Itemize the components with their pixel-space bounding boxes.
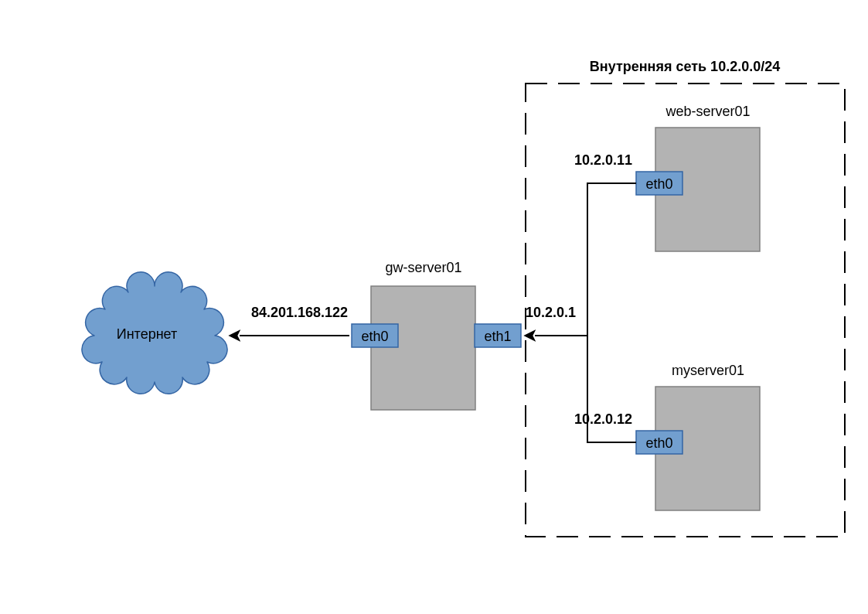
gw-server-name: gw-server01 [385, 260, 461, 275]
my-eth0-ip: 10.2.0.12 [574, 411, 632, 427]
internet-cloud-label: Интернет [117, 326, 178, 342]
my-eth0-label: eth0 [645, 435, 672, 451]
web-eth0-ip: 10.2.0.11 [574, 152, 632, 168]
my-server-name: myserver01 [672, 363, 744, 378]
edge-web-to-junction [587, 183, 636, 336]
gw-eth1-ip: 10.2.0.1 [526, 305, 576, 320]
web-eth0-label: eth0 [645, 176, 672, 192]
gw-eth0-ip: 84.201.168.122 [251, 305, 348, 320]
internal-network-label: Внутренняя сеть 10.2.0.0/24 [590, 59, 780, 74]
gw-eth0-label: eth0 [361, 329, 388, 344]
gw-eth1-label: eth1 [484, 329, 511, 344]
my-server-node: myserver01 eth0 10.2.0.12 [574, 363, 760, 510]
internet-cloud: Интернет [82, 272, 227, 394]
svg-rect-0 [371, 286, 475, 410]
web-server-node: web-server01 eth0 10.2.0.11 [574, 104, 760, 251]
web-server-name: web-server01 [665, 104, 750, 119]
